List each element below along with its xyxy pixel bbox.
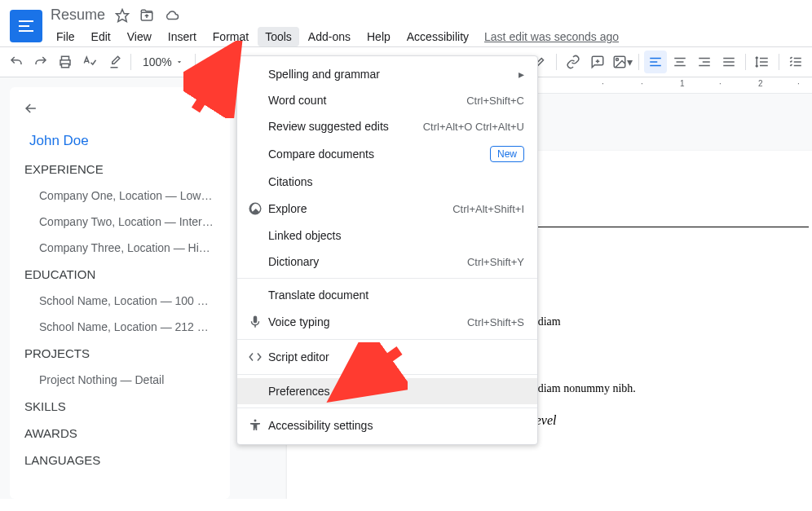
svg-point-5 bbox=[616, 59, 618, 61]
toolbar-separator bbox=[130, 54, 131, 70]
ruler-mark: · bbox=[797, 79, 800, 88]
mic-icon bbox=[245, 315, 265, 329]
zoom-value: 100% bbox=[143, 55, 172, 68]
docs-logo-icon bbox=[19, 20, 33, 32]
chevron-down-icon bbox=[175, 58, 183, 66]
menu-item-spelling-and-grammar[interactable]: Spelling and grammar▸ bbox=[237, 61, 537, 87]
toolbar-separator bbox=[638, 54, 639, 70]
ruler-mark: 2 bbox=[758, 79, 763, 88]
svg-line-8 bbox=[196, 53, 232, 110]
menu-shortcut: Ctrl+Shift+S bbox=[467, 316, 524, 328]
link-button[interactable] bbox=[562, 51, 585, 73]
undo-button[interactable] bbox=[5, 51, 28, 73]
menu-file[interactable]: File bbox=[49, 27, 82, 46]
outline-item[interactable]: School Name, Location — 100 D… bbox=[16, 288, 223, 314]
ruler-mark: 1 bbox=[680, 79, 685, 88]
menu-item-label: Linked objects bbox=[268, 229, 524, 242]
menu-view[interactable]: View bbox=[120, 27, 159, 46]
last-edit-link[interactable]: Last edit was seconds ago bbox=[478, 27, 625, 46]
outline-item[interactable]: Company Three, Location — Hig… bbox=[16, 235, 223, 261]
comment-button[interactable] bbox=[586, 51, 609, 73]
menu-edit[interactable]: Edit bbox=[84, 27, 118, 46]
submenu-arrow-icon: ▸ bbox=[519, 68, 524, 81]
move-icon[interactable] bbox=[139, 8, 154, 23]
script-icon bbox=[245, 350, 265, 364]
menu-item-review-suggested-edits[interactable]: Review suggested editsCtrl+Alt+O Ctrl+Al… bbox=[237, 113, 537, 139]
menu-separator bbox=[237, 339, 537, 340]
svg-marker-0 bbox=[117, 9, 129, 21]
menu-item-dictionary[interactable]: DictionaryCtrl+Shift+Y bbox=[237, 249, 537, 275]
app-header: Resume File Edit View Insert Format Tool… bbox=[0, 0, 812, 46]
document-outline: John DoeEXPERIENCECompany One, Location … bbox=[10, 87, 230, 499]
align-center-button[interactable] bbox=[669, 51, 691, 73]
document-title[interactable]: Resume bbox=[51, 7, 105, 24]
star-icon[interactable] bbox=[115, 8, 130, 23]
menu-shortcut: Ctrl+Shift+Y bbox=[467, 256, 524, 268]
annotation-arrow-preferences bbox=[326, 342, 408, 407]
menu-shortcut: Ctrl+Alt+O Ctrl+Alt+U bbox=[423, 121, 524, 133]
menu-shortcut: Ctrl+Shift+C bbox=[466, 95, 524, 107]
redo-button[interactable] bbox=[29, 51, 52, 73]
ruler-mark: · bbox=[641, 79, 643, 88]
accessibility-icon bbox=[245, 418, 265, 433]
toolbar-separator bbox=[745, 54, 746, 70]
menu-item-citations[interactable]: Citations bbox=[237, 169, 537, 195]
svg-point-6 bbox=[254, 420, 257, 422]
menu-item-label: Spelling and grammar bbox=[268, 68, 519, 81]
svg-line-10 bbox=[342, 350, 399, 391]
outline-item[interactable]: John Doe bbox=[10, 126, 223, 156]
menu-item-label: Translate document bbox=[268, 289, 524, 302]
menu-item-label: Explore bbox=[268, 202, 452, 215]
menu-item-translate-document[interactable]: Translate document bbox=[237, 282, 537, 308]
menu-help[interactable]: Help bbox=[360, 27, 398, 46]
menu-item-label: Compare documents bbox=[268, 148, 490, 161]
menu-item-label: Dictionary bbox=[268, 255, 467, 268]
menu-item-label: Voice typing bbox=[268, 315, 467, 328]
spellcheck-button[interactable] bbox=[78, 51, 101, 73]
menu-item-voice-typing[interactable]: Voice typingCtrl+Shift+S bbox=[237, 308, 537, 336]
menu-item-accessibility-settings[interactable]: Accessibility settings bbox=[237, 412, 537, 439]
explore-icon bbox=[245, 201, 265, 216]
image-button[interactable]: ▾ bbox=[611, 51, 633, 73]
annotation-arrow-tools bbox=[183, 41, 249, 118]
outline-item[interactable]: PROJECTS bbox=[16, 340, 223, 367]
outline-back-button[interactable] bbox=[20, 97, 42, 120]
outline-item[interactable]: School Name, Location — 212 D… bbox=[16, 314, 223, 340]
outline-item[interactable]: AWARDS bbox=[16, 420, 223, 447]
svg-rect-3 bbox=[62, 64, 69, 68]
svg-rect-2 bbox=[62, 56, 69, 60]
outline-item[interactable]: Company One, Location — Low … bbox=[16, 183, 223, 209]
print-button[interactable] bbox=[54, 51, 77, 73]
paint-format-button[interactable] bbox=[103, 51, 126, 73]
toolbar-separator bbox=[556, 54, 557, 70]
docs-logo[interactable] bbox=[10, 10, 42, 42]
menu-tools[interactable]: Tools bbox=[258, 27, 299, 46]
align-right-button[interactable] bbox=[693, 51, 716, 73]
menu-item-label: Citations bbox=[268, 175, 524, 188]
outline-item[interactable]: SKILLS bbox=[16, 393, 223, 420]
align-left-button[interactable] bbox=[644, 51, 667, 73]
outline-item[interactable]: Company Two, Location — Inter… bbox=[16, 209, 223, 235]
outline-item[interactable]: Project Nothing — Detail bbox=[16, 367, 223, 393]
toolbar-separator bbox=[779, 54, 779, 70]
menu-item-linked-objects[interactable]: Linked objects bbox=[237, 222, 537, 249]
outline-item[interactable]: EDUCATION bbox=[16, 261, 223, 288]
menu-separator bbox=[237, 278, 537, 279]
line-spacing-button[interactable] bbox=[751, 51, 774, 73]
menu-item-compare-documents[interactable]: Compare documentsNew bbox=[237, 139, 537, 169]
menu-item-explore[interactable]: ExploreCtrl+Alt+Shift+I bbox=[237, 195, 537, 222]
outline-item[interactable]: EXPERIENCE bbox=[16, 156, 223, 183]
checklist-button[interactable] bbox=[784, 51, 807, 73]
menu-accessibility[interactable]: Accessibility bbox=[399, 27, 476, 46]
zoom-dropdown[interactable]: 100% bbox=[136, 55, 190, 68]
menu-addons[interactable]: Add-ons bbox=[301, 27, 358, 46]
menu-item-label: Word count bbox=[268, 94, 466, 107]
ruler-mark: · bbox=[719, 79, 722, 88]
cloud-status-icon[interactable] bbox=[164, 8, 180, 23]
menu-bar: File Edit View Insert Format Tools Add-o… bbox=[49, 24, 805, 46]
align-justify-button[interactable] bbox=[717, 51, 740, 73]
outline-item[interactable]: LANGUAGES bbox=[16, 447, 223, 474]
new-badge: New bbox=[490, 146, 524, 162]
menu-shortcut: Ctrl+Alt+Shift+I bbox=[452, 203, 524, 215]
menu-item-word-count[interactable]: Word countCtrl+Shift+C bbox=[237, 87, 537, 113]
